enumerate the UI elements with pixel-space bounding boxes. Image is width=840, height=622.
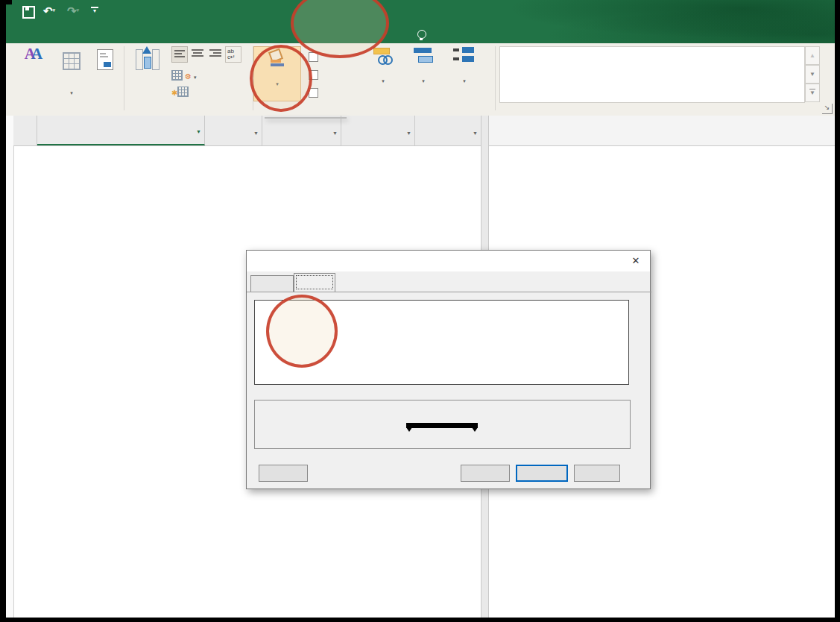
gear-icon: ⚙ [185,72,192,81]
filter-arrow-icon[interactable]: ▼ [473,131,478,136]
gridlines-button[interactable]: ▾ [54,46,89,98]
filter-arrow-icon[interactable]: ▼ [406,131,411,136]
text-styles-icon: AA [15,46,52,75]
tab-bar-text[interactable] [294,273,335,292]
format-dropdown-button[interactable]: ▾ [253,46,301,101]
star-icon: ✱ [171,89,177,97]
titlebar-decoration [468,0,835,43]
tab-divider [247,292,651,292]
chevron-down-icon: ▾ [194,75,197,80]
close-icon[interactable]: ✕ [628,254,644,268]
format-paint-icon [268,50,287,68]
title-bar: ↶▾ ↷▾ ▾ [6,0,835,43]
dialog-title-bar: ✕ [247,251,650,271]
column-header-pct-complete[interactable]: ▼ [415,116,481,145]
insert-column-icon [130,46,168,75]
layout-icon [97,49,113,70]
task-path-button[interactable]: ▾ [365,46,401,86]
custom-fields-button[interactable]: ✱ [171,87,189,97]
format-dropdown-menu [265,117,347,119]
sample-bar-left-cap [406,427,412,432]
column-settings-button[interactable]: ⚙ ▾ [171,70,197,81]
sample-bar-right-cap [472,427,478,432]
undo-icon[interactable]: ↶▾ [43,4,55,18]
sample-preview [254,400,631,449]
customize-quick-access-icon[interactable]: ▾ [91,7,98,13]
group-separator [124,46,124,110]
baseline-icon [412,46,435,66]
filter-arrow-icon[interactable]: ▼ [253,131,259,136]
gallery-scroll-down-button[interactable]: ▼ [805,65,820,84]
lightbulb-icon [417,30,426,39]
column-header-start[interactable]: ▼ [262,116,341,145]
late-tasks-checkbox[interactable] [309,88,322,98]
filter-arrow-icon[interactable]: ▼ [196,129,201,134]
wrap-text-icon[interactable]: abc↵ [225,46,241,63]
task-path-icon [372,46,394,66]
column-header-duration[interactable]: ▼ [205,116,262,145]
text-styles-button[interactable]: AA [15,46,52,75]
align-left-icon[interactable] [171,46,188,63]
gantt-chart-style-gallery [499,46,805,103]
checkbox-icon [309,70,318,80]
critical-tasks-checkbox[interactable] [309,52,322,62]
tab-bar-shape[interactable] [250,275,294,292]
redo-icon[interactable]: ↷▾ [67,4,79,18]
filter-arrow-icon[interactable]: ▼ [332,131,338,136]
slippage-icon [453,46,476,66]
chevron-down-icon: ▾ [463,78,466,84]
bar-text-position-table [254,300,629,385]
gantt-timescale-header [489,116,835,146]
baseline-button[interactable]: ▾ [404,46,443,86]
select-all-corner[interactable] [13,116,37,145]
table-header: ▼ ▼ ▼ ▼ ▼ [13,116,481,146]
gallery-more-button[interactable]: ▼ [805,84,820,102]
tell-me-box[interactable] [417,25,432,43]
custom-fields-icon [177,87,189,97]
save-icon[interactable] [22,6,35,19]
window-border-left [0,0,6,622]
align-right-icon[interactable] [207,46,224,63]
cancel-button[interactable] [574,465,620,482]
insert-column-button[interactable] [130,46,168,75]
checkbox-icon [309,52,318,62]
chevron-down-icon: ▾ [382,78,385,84]
dialog-launcher-icon[interactable]: ↘ [822,104,833,114]
slack-checkbox[interactable] [309,70,322,80]
ok-button[interactable] [516,465,568,482]
layout-button[interactable] [89,46,121,75]
checkbox-icon [309,88,318,98]
chevron-down-icon: ▾ [422,78,425,84]
window-corner [0,0,12,4]
chevron-down-icon: ▾ [70,90,73,95]
gridlines-icon [63,52,80,70]
align-center-icon[interactable] [189,46,206,63]
format-bar-dialog: ✕ [246,250,651,489]
window-border-right [835,0,840,622]
chevron-down-icon: ▾ [276,81,279,87]
gallery-scroll-up-button[interactable]: ▲ [805,46,820,65]
reset-button[interactable] [461,465,510,482]
column-header-task-name[interactable]: ▼ [37,116,205,145]
sample-summary-bar [406,423,478,428]
slippage-button[interactable]: ▾ [444,46,484,86]
column-header-finish[interactable]: ▼ [341,116,415,145]
help-button[interactable] [259,465,308,482]
window-border-bottom [0,618,840,622]
column-settings-icon [171,70,183,81]
group-separator [495,46,496,110]
